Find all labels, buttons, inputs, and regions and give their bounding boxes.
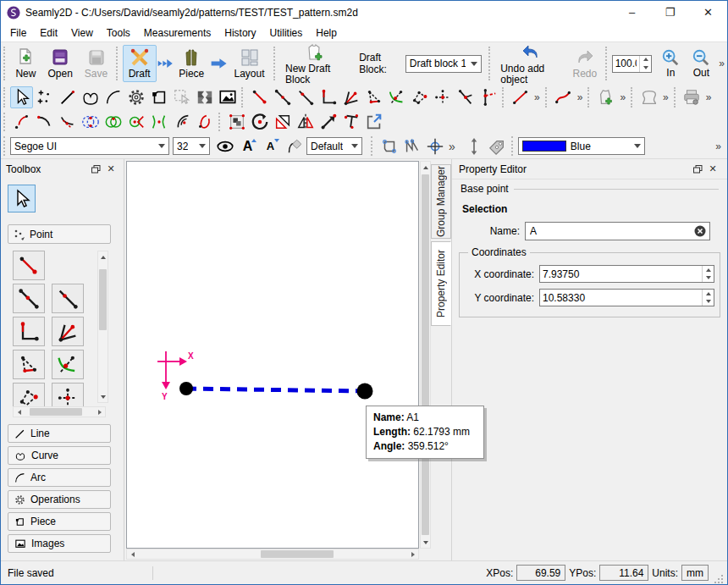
true-darts-tool-button[interactable] — [339, 111, 362, 133]
spin-up-button[interactable] — [703, 266, 714, 274]
mirror-by-axis-tool-button[interactable] — [294, 111, 317, 133]
perpendicular-point-tool[interactable] — [13, 317, 45, 346]
draft-canvas[interactable]: X Y — [126, 161, 419, 549]
scroll-right-button[interactable] — [94, 406, 105, 417]
piece-group-overflow-button[interactable]: » — [617, 91, 628, 103]
scroll-left-button[interactable] — [14, 406, 25, 417]
increase-label-font-button[interactable]: A — [236, 135, 259, 157]
triangle-point-tool[interactable] — [13, 350, 45, 379]
draft-mode-button[interactable]: Draft — [123, 45, 157, 82]
line-tool-button[interactable] — [56, 86, 79, 108]
y-coordinate-spinner[interactable] — [539, 289, 714, 306]
point-A1[interactable] — [357, 384, 373, 400]
point-A[interactable] — [179, 382, 193, 395]
maximize-button[interactable]: ❐ — [651, 1, 689, 24]
point-distance-angle-tool[interactable] — [13, 251, 45, 280]
scroll-down-button[interactable] — [97, 391, 108, 402]
scroll-right-button[interactable] — [407, 549, 418, 560]
float-panel-button[interactable] — [88, 163, 103, 176]
new-draft-block-button[interactable]: New Draft Block — [279, 40, 350, 88]
menu-measurements[interactable]: Measurements — [137, 25, 218, 41]
tangent-arc-tool-button[interactable] — [147, 111, 170, 133]
ellipse-tool-button[interactable] — [193, 111, 216, 133]
menu-history[interactable]: History — [218, 25, 262, 41]
perpendicular-point-tool-button[interactable] — [317, 86, 339, 108]
point-along-line-tool[interactable] — [13, 284, 45, 313]
bisector-point-tool-button[interactable] — [339, 86, 362, 108]
intersect-rays-tool-button[interactable] — [454, 86, 477, 108]
menu-file[interactable]: File — [3, 25, 33, 41]
curve-tools-group-button[interactable] — [552, 86, 575, 108]
toolbox-arrow-tool-button[interactable] — [8, 185, 36, 212]
toolbar-overflow-button[interactable]: » — [713, 141, 724, 152]
new-file-button[interactable]: New — [9, 45, 41, 82]
x-coordinate-input[interactable] — [540, 266, 702, 282]
menu-view[interactable]: View — [64, 25, 100, 41]
spin-down-button[interactable] — [703, 298, 714, 306]
layout-mode-button[interactable]: Layout — [228, 45, 270, 82]
arc-tool-2-button[interactable] — [33, 111, 56, 133]
piece-label-tool-button[interactable] — [378, 135, 400, 157]
menu-help[interactable]: Help — [309, 25, 344, 41]
line-color-select[interactable]: Blue — [518, 137, 645, 155]
scroll-up-button[interactable] — [97, 251, 108, 262]
redo-button[interactable]: Redo — [567, 45, 604, 82]
close-panel-button[interactable]: ✕ — [705, 163, 720, 176]
resize-grip[interactable] — [714, 574, 724, 584]
float-panel-button[interactable] — [690, 163, 705, 176]
curve-tool-button[interactable] — [79, 86, 102, 108]
toolbox-vertical-scrollbar[interactable] — [97, 251, 108, 403]
tag-tool-button[interactable] — [486, 135, 509, 157]
canvas-horizontal-scrollbar[interactable] — [126, 549, 419, 560]
category-operations-button[interactable]: Operations — [8, 490, 111, 509]
line-tools-group-button[interactable] — [509, 86, 532, 108]
arc-intersect-axis-tool-button[interactable] — [56, 111, 79, 133]
canvas-vertical-scrollbar[interactable] — [420, 161, 431, 549]
piece-tool-button[interactable] — [147, 86, 170, 108]
spin-up-button[interactable] — [640, 56, 651, 64]
scrollbar-thumb[interactable] — [99, 269, 107, 330]
scrollbar-thumb[interactable] — [422, 174, 429, 535]
internal-path-tool-button[interactable] — [400, 135, 423, 157]
close-button[interactable]: ✕ — [689, 1, 727, 24]
intersect-circles-tool-button[interactable] — [79, 111, 102, 133]
piece-tools-overflow-button[interactable]: » — [446, 140, 458, 153]
font-size-select[interactable]: 32 — [173, 137, 210, 155]
scroll-left-button[interactable] — [127, 549, 138, 560]
y-coordinate-input[interactable] — [540, 290, 702, 306]
arc-tool-button[interactable] — [102, 86, 124, 108]
show-labels-button[interactable] — [213, 135, 236, 157]
anchor-point-tool-button[interactable] — [423, 135, 446, 157]
label-template-select[interactable]: Default — [306, 137, 362, 155]
curve-group-overflow-button[interactable]: » — [575, 91, 586, 103]
add-piece-group-button[interactable] — [594, 86, 617, 108]
group-tool-button[interactable] — [225, 111, 248, 133]
menu-tools[interactable]: Tools — [100, 25, 137, 41]
zoom-in-button[interactable]: In — [655, 46, 686, 81]
point-category-button[interactable]: Point — [8, 224, 111, 244]
image-tool-button[interactable] — [216, 86, 239, 108]
point-at-length-tool-button[interactable] — [294, 86, 317, 108]
line-group-overflow-button[interactable]: » — [532, 91, 543, 103]
spin-down-button[interactable] — [703, 274, 714, 283]
tab-property-editor[interactable]: Property Editor — [431, 241, 451, 326]
category-arc-button[interactable]: Arc — [8, 468, 111, 487]
operations-tool-button[interactable] — [124, 86, 147, 108]
scrollbar-thumb[interactable] — [30, 408, 82, 416]
menu-utilities[interactable]: Utilities — [263, 25, 310, 41]
draft-block-select[interactable]: Draft block 1 — [405, 55, 482, 73]
font-family-select[interactable]: Segoe UI — [10, 137, 169, 155]
arrow-tool-button[interactable] — [10, 86, 33, 108]
point-along-line-tool-button[interactable] — [271, 86, 294, 108]
close-panel-button[interactable]: ✕ — [103, 163, 119, 176]
zoom-out-button[interactable]: Out — [686, 46, 716, 81]
point-name-style-button[interactable] — [282, 135, 305, 157]
zoom-spin-buttons[interactable] — [639, 56, 651, 72]
clear-name-button[interactable] — [694, 225, 706, 237]
triangle-point-tool-button[interactable] — [362, 86, 385, 108]
spin-up-button[interactable] — [703, 290, 714, 298]
bisector-point-tool[interactable] — [52, 317, 84, 346]
add-point-tool-button[interactable] — [33, 86, 56, 108]
print-tools-group-button[interactable] — [681, 86, 703, 108]
tab-group-manager[interactable]: Group Manager — [431, 164, 451, 239]
